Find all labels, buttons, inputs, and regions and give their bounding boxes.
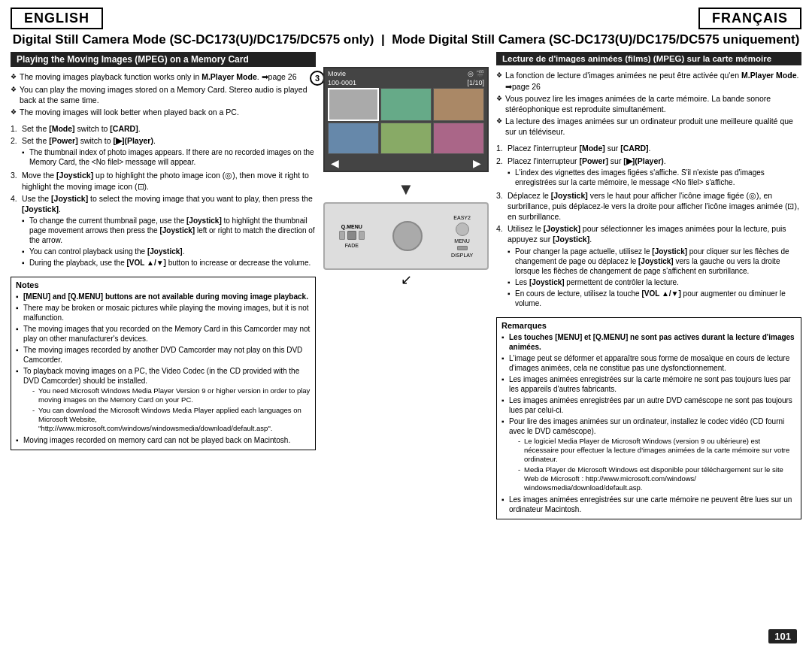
- step3-badge: 3: [310, 71, 325, 86]
- fr-step4-sub3: En cours de lecture, utilisez la touche …: [508, 289, 801, 308]
- english-steps: 1. Set the [Mode] switch to [CARD]. 2. S…: [11, 123, 316, 271]
- cam-right-controls: EASY2 MENU DISPLAY: [451, 215, 473, 258]
- fr-step-2: 2. Placez l'interrupteur [Power] sur [▶]…: [496, 156, 801, 189]
- cam-middle: [392, 221, 423, 251]
- fr-note-5: Pour lire des images animées sur un ordi…: [501, 416, 796, 493]
- francais-label: FRANÇAIS: [698, 8, 801, 29]
- thumb-5: [380, 123, 432, 154]
- menu-label: MENU: [454, 238, 470, 244]
- main-title-en: Digital Still Camera Mode (SC-DC173(U)/D…: [13, 32, 374, 47]
- two-col-layout: Playing the Moving Images (MPEG) on a Me…: [11, 52, 801, 643]
- screen-nav: ◀ ▶: [325, 156, 487, 171]
- qmenu-label: Q.MENU: [341, 224, 362, 229]
- cam-arrow-down: ↙: [401, 271, 412, 288]
- lang-header: ENGLISH FRANÇAIS: [11, 8, 801, 29]
- thumb-6: [433, 123, 484, 154]
- cam-prev: [339, 231, 345, 240]
- fr-step4-sub1: Pour changer la page actuelle, utilisez …: [508, 247, 801, 276]
- fr-step2-sub1: L'index des vignettes des images figées …: [508, 168, 801, 187]
- en-bullet-1: The moving images playback function work…: [11, 71, 316, 82]
- fr-note-5-sub1: Le logiciel Media Player de Microsoft Wi…: [514, 437, 796, 465]
- movie-label: Movie: [328, 70, 346, 77]
- cam-display-btn: [457, 246, 468, 250]
- english-intro-bullets: The moving images playback function work…: [11, 71, 316, 119]
- note-2: There may be broken or mosaic pictures w…: [16, 303, 311, 322]
- fr-note-2: L'image peut se déformer et apparaître s…: [501, 353, 796, 373]
- center-images: 3 Movie ◎ 🎬 100-0001 [1/10]: [323, 52, 489, 643]
- fr-bullet-1: La fonction de lecture d'images animées …: [496, 70, 801, 91]
- fr-note-4: Les images animées enregistrées par un a…: [501, 395, 796, 415]
- screen-counter: 100-0001 [1/10]: [325, 79, 487, 86]
- note-4: The moving images recorded by another DV…: [16, 345, 311, 365]
- note-1: [MENU] and [Q.MENU] buttons are not avai…: [16, 292, 311, 301]
- arrow-left: ◀: [331, 157, 339, 169]
- en-step4-sub3: During the playback, use the [VOL ▲/▼] b…: [22, 258, 316, 268]
- camera-screen: Movie ◎ 🎬 100-0001 [1/10]: [323, 67, 489, 172]
- display-label: DISPLAY: [451, 253, 473, 258]
- fr-step4-sub2: Les [Joystick] permettent de contrôler l…: [508, 277, 801, 287]
- fr-note-6: Les images animées enregistrées sur une …: [501, 495, 796, 514]
- thumb-2: [380, 88, 432, 121]
- cam-playback-btns: [339, 231, 365, 240]
- en-bullet-2: You can play the moving images stored on…: [11, 84, 316, 105]
- cam-play: [347, 231, 356, 240]
- fr-note-1: Les touches [MENU] et [Q.MENU] ne sont p…: [501, 332, 796, 352]
- notes-list: [MENU] and [Q.MENU] buttons are not avai…: [16, 292, 311, 445]
- note-5-sub1: You need Microsoft Windows Media Player …: [28, 386, 311, 405]
- fr-step-4: 4. Utilisez le [Joystick] pour sélection…: [496, 223, 801, 309]
- english-column: Playing the Moving Images (MPEG) on a Me…: [11, 52, 316, 643]
- fr-note-5-sub2: Media Player de Microsoft Windows est di…: [514, 465, 796, 493]
- en-step-1: 1. Set the [Mode] switch to [CARD].: [11, 123, 316, 134]
- cam-left-controls: Q.MENU FADE: [339, 224, 365, 248]
- note-3: The moving images that you recorded on t…: [16, 324, 311, 344]
- note-6: Moving images recorded on memory card ca…: [16, 435, 311, 445]
- en-step-2: 2. Set the [Power] switch to [▶](Player)…: [11, 135, 316, 168]
- english-section-header: Playing the Moving Images (MPEG) on a Me…: [11, 52, 316, 67]
- en-step-4: 4. Use the [Joystick] to select the movi…: [11, 193, 316, 269]
- en-step4-sub1: To change the current thumbnail page, us…: [22, 216, 316, 245]
- main-title: Digital Still Camera Mode (SC-DC173(U)/D…: [11, 32, 801, 47]
- arrow-right: ▶: [473, 157, 481, 169]
- french-steps: 1. Placez l'interrupteur [Mode] sur [CAR…: [496, 143, 801, 310]
- en-step2-sub1: The thumbnail index of photo images appe…: [22, 147, 316, 167]
- notes-title: Notes: [16, 280, 311, 289]
- thumb-1: [328, 88, 379, 121]
- note-5: To playback moving images on a PC, the V…: [16, 366, 311, 434]
- fr-step-1: 1. Placez l'interrupteur [Mode] sur [CAR…: [496, 143, 801, 153]
- remarques-box: Remarques Les touches [MENU] et [Q.MENU]…: [496, 317, 801, 519]
- screen-grid: [325, 86, 487, 156]
- cam-next: [359, 231, 365, 240]
- easy2-label: EASY2: [453, 215, 471, 220]
- french-column: Lecture de d'images animées (films) (MPE…: [496, 52, 801, 643]
- camera-body: Q.MENU FADE EASY2 MENU DISPLAY: [323, 202, 489, 270]
- french-section-header: Lecture de d'images animées (films) (MPE…: [496, 52, 801, 65]
- note-5-sub2: You can download the Microsoft Windows M…: [28, 406, 311, 434]
- thumb-3: [433, 88, 484, 121]
- en-step-3: 3. Move the [Joystick] up to highlight t…: [11, 170, 316, 191]
- en-step4-sub2: You can control playback using the [Joys…: [22, 247, 316, 256]
- down-arrow: ▼: [398, 180, 414, 199]
- notes-box: Notes [MENU] and [Q.MENU] buttons are no…: [11, 277, 316, 450]
- page: ENGLISH FRANÇAIS Digital Still Camera Mo…: [0, 0, 812, 651]
- french-intro-bullets: La fonction de lecture d'images animées …: [496, 70, 801, 138]
- fr-bullet-2: Vous pouvez lire les images animées de l…: [496, 93, 801, 114]
- main-title-fr: Mode Digital Still Camera (SC-DC173(U)/D…: [392, 32, 799, 47]
- fr-step-3: 3. Déplacez le [Joystick] vers le haut p…: [496, 190, 801, 223]
- fr-notes-list: Les touches [MENU] et [Q.MENU] ne sont p…: [501, 332, 796, 514]
- remarques-title: Remarques: [501, 321, 796, 330]
- en-bullet-3: The moving images will look better when …: [11, 107, 316, 117]
- fr-bullet-3: La lecture des images animées sur un ord…: [496, 116, 801, 137]
- fr-note-3: Les images animées enregistrées sur la c…: [501, 374, 796, 394]
- fade-label: FADE: [345, 243, 359, 248]
- english-label: ENGLISH: [11, 8, 103, 29]
- cam-wheel: [456, 223, 469, 236]
- thumb-4: [328, 123, 379, 154]
- cam-jog: [392, 221, 423, 251]
- page-number: 101: [768, 629, 797, 643]
